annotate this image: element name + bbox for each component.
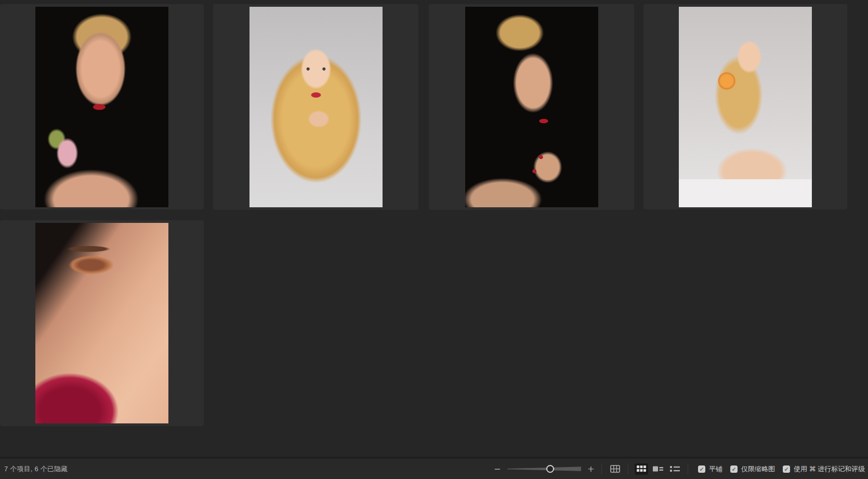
view-mode-thumbnail-grid-button[interactable] — [635, 463, 648, 475]
view-mode-compact-list-button[interactable] — [668, 463, 681, 475]
photo-browser-window: 7 个项目, 6 个已隐藏 − + — [0, 0, 868, 479]
grid-table-icon — [610, 465, 620, 473]
photo-cell[interactable] — [213, 4, 418, 210]
toolbar-divider — [688, 464, 688, 474]
option-use-cmd-rating[interactable]: ✓ 使用 ⌘ 进行标记和评级 — [783, 464, 865, 474]
thumbnail-grid-icon — [637, 465, 646, 472]
thumbnail-size-slider[interactable] — [507, 464, 581, 474]
option-tile[interactable]: ✓ 平铺 — [698, 464, 722, 474]
option-thumbnails-only-label: 仅限缩略图 — [741, 464, 775, 474]
toolbar-divider — [628, 464, 628, 474]
checkbox-checked-icon[interactable]: ✓ — [698, 465, 705, 473]
photo-cell[interactable] — [643, 4, 847, 209]
photo-thumbnail-7[interactable] — [465, 7, 598, 207]
status-bar: 7 个项目, 6 个已隐藏 − + — [0, 457, 868, 479]
zoom-out-button[interactable]: − — [492, 463, 503, 474]
zoom-slider-thumb[interactable] — [546, 465, 554, 473]
slider-track[interactable] — [507, 467, 581, 472]
photo-cell[interactable] — [429, 4, 634, 210]
checkbox-checked-icon[interactable]: ✓ — [783, 465, 790, 473]
view-mode-thumbnail-list-button[interactable] — [651, 463, 665, 475]
item-count-text: 7 个项目, 6 个已隐藏 — [4, 459, 68, 479]
photo-thumbnail-5[interactable] — [35, 223, 168, 423]
toolbar-options: ✓ 平铺 ✓ 仅限缩略图 ✓ 使用 ⌘ 进行标记和评级 — [698, 464, 868, 474]
thumbnail-grid — [0, 0, 868, 457]
view-mode-grid-table-button[interactable] — [608, 463, 622, 475]
compact-list-icon — [670, 465, 680, 472]
photo-thumbnail-1[interactable] — [35, 7, 168, 207]
zoom-in-button[interactable]: + — [585, 463, 597, 474]
photo-thumbnail-6[interactable] — [249, 7, 383, 207]
toolbar-divider — [601, 464, 602, 474]
option-tile-label: 平铺 — [709, 464, 722, 474]
photo-cell[interactable] — [0, 4, 204, 209]
browser-toolbar: − + — [492, 459, 868, 479]
option-thumbnails-only[interactable]: ✓ 仅限缩略图 — [730, 464, 775, 474]
photo-thumbnail-4[interactable] — [679, 7, 812, 207]
thumbnail-list-icon — [653, 465, 663, 472]
option-use-cmd-rating-label: 使用 ⌘ 进行标记和评级 — [794, 464, 865, 474]
photo-cell[interactable] — [0, 220, 204, 426]
checkbox-checked-icon[interactable]: ✓ — [730, 465, 738, 473]
